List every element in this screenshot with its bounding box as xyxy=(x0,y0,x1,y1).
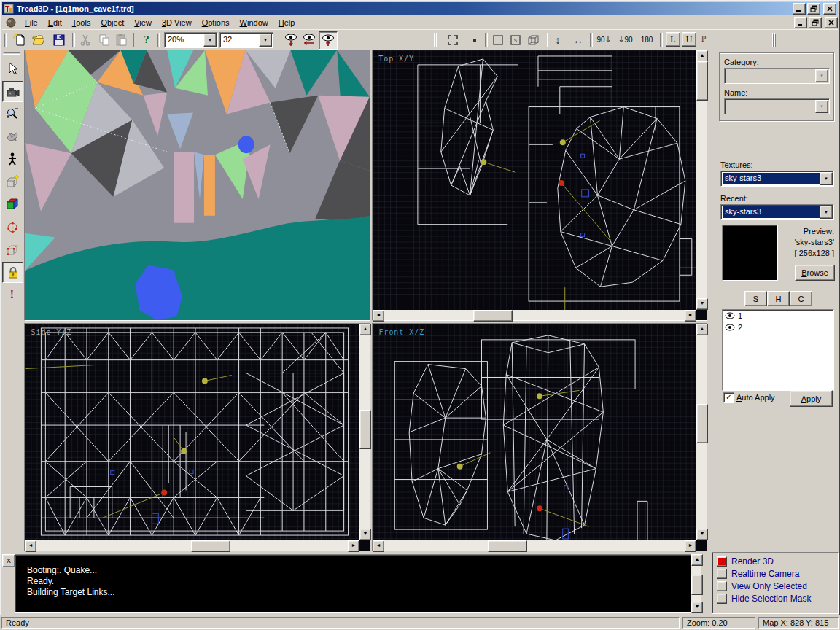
render-3d-checkbox[interactable] xyxy=(717,556,727,567)
square-tool-button[interactable] xyxy=(489,31,507,48)
vscroll-thumb[interactable] xyxy=(359,410,371,449)
vscroll-thumb[interactable] xyxy=(696,61,708,101)
flip-horizontal-button[interactable]: ↔ xyxy=(569,31,587,48)
realtime-camera-option[interactable]: Realtime Camera xyxy=(717,569,799,579)
viewport-side-canvas[interactable]: Side Y/Z xyxy=(25,324,359,540)
hscroll-thumb[interactable] xyxy=(488,540,527,552)
help-button[interactable]: ? xyxy=(138,31,155,48)
tool-edge-edit[interactable] xyxy=(2,239,22,259)
mdi-restore-button[interactable] xyxy=(809,17,822,28)
menu-view[interactable]: View xyxy=(129,17,157,28)
point-size-button[interactable] xyxy=(466,31,483,48)
render-3d-option[interactable]: Render 3D xyxy=(717,556,774,567)
paste-button[interactable] xyxy=(113,31,131,48)
rotate-90-cw-button[interactable]: 90 xyxy=(594,31,613,48)
scroll-down-button[interactable]: ▼ xyxy=(696,298,708,310)
square-s-tool-button[interactable]: s xyxy=(507,31,524,48)
layer-list-item[interactable]: 1 xyxy=(723,310,833,322)
toolbar-grip[interactable] xyxy=(434,33,439,47)
select-extents-button[interactable] xyxy=(444,31,462,48)
render-3d-canvas[interactable] xyxy=(25,50,370,320)
apply-button[interactable]: Apply xyxy=(790,390,833,407)
tool-vertex-edit[interactable] xyxy=(2,217,22,236)
cut-button[interactable] xyxy=(77,31,94,48)
hide-selection-mask-option[interactable]: Hide Selection Mask xyxy=(717,594,811,604)
unlink-button[interactable]: U xyxy=(682,32,696,47)
viewport-side-vscrollbar[interactable]: ▲ ▼ xyxy=(359,324,370,540)
zoom-level-combobox[interactable]: 20% ▼ xyxy=(164,32,218,48)
viewport-top[interactable]: Top X/Y ▲ ▼ ◄ ► xyxy=(372,50,707,321)
tool-player-start[interactable] xyxy=(2,149,22,168)
menu-window[interactable]: Window xyxy=(235,17,273,28)
menu-file[interactable]: File xyxy=(20,17,43,28)
s-button[interactable]: S xyxy=(744,291,767,306)
view-only-selected-checkbox[interactable] xyxy=(717,581,727,591)
view-only-selected-option[interactable]: View Only Selected xyxy=(717,581,807,591)
tool-select[interactable] xyxy=(2,58,22,78)
scroll-left-button[interactable]: ◄ xyxy=(25,540,36,552)
new-file-button[interactable] xyxy=(11,31,28,48)
scroll-down-button[interactable]: ▼ xyxy=(359,529,371,540)
mdi-close-button[interactable] xyxy=(825,17,838,28)
browse-button[interactable]: Browse xyxy=(795,265,835,281)
textures-combobox[interactable]: sky-stars3 ▼ xyxy=(720,171,834,187)
hscroll-thumb[interactable] xyxy=(191,540,230,552)
console-scrollbar[interactable]: ▲ ▼ xyxy=(691,554,701,613)
menu-options[interactable]: Options xyxy=(197,17,235,28)
tool-zoom[interactable] xyxy=(2,104,22,123)
menu-object[interactable]: Object xyxy=(96,17,129,28)
tool-column-grip[interactable] xyxy=(3,52,20,57)
view-left-button[interactable] xyxy=(300,31,318,48)
name-combobox[interactable]: ▼ xyxy=(724,98,830,114)
scroll-left-button[interactable]: ◄ xyxy=(373,540,384,552)
link-button[interactable]: L xyxy=(666,32,680,47)
realtime-camera-checkbox[interactable] xyxy=(717,569,727,579)
layer-list-item[interactable]: 2 xyxy=(723,322,833,333)
minimize-button[interactable] xyxy=(793,3,806,15)
tool-camera[interactable] xyxy=(2,81,23,102)
viewport-top-vscrollbar[interactable]: ▲ ▼ xyxy=(696,50,707,310)
category-combobox[interactable]: ▼ xyxy=(724,68,830,84)
cube-tool-button[interactable] xyxy=(524,31,542,48)
viewport-front-vscrollbar[interactable]: ▲ ▼ xyxy=(696,324,707,540)
copy-button[interactable] xyxy=(96,31,113,48)
vscroll-thumb[interactable] xyxy=(691,575,703,595)
mdi-minimize-button[interactable] xyxy=(794,17,807,28)
viewport-side-hscrollbar[interactable]: ◄ ► xyxy=(25,540,359,551)
zoom-combo-arrow-button[interactable]: ▼ xyxy=(203,34,217,47)
menu-help[interactable]: Help xyxy=(273,17,300,28)
view-down-button[interactable] xyxy=(282,31,300,48)
vscroll-thumb[interactable] xyxy=(696,404,708,443)
recent-combobox[interactable]: sky-stars3 ▼ xyxy=(720,204,834,220)
rotate-90-ccw-button[interactable]: 90 xyxy=(616,31,635,48)
scroll-up-button[interactable]: ▲ xyxy=(696,50,708,62)
tool-texture-apply[interactable] xyxy=(2,126,22,146)
tool-new-brush[interactable] xyxy=(2,171,22,191)
tool-solid-brush[interactable] xyxy=(2,194,22,214)
scroll-left-button[interactable]: ◄ xyxy=(373,310,384,322)
viewport-top-canvas[interactable]: Top X/Y xyxy=(373,50,696,310)
grid-combo-arrow-button[interactable]: ▼ xyxy=(259,34,272,47)
viewport-3d[interactable] xyxy=(24,50,370,321)
scroll-up-button[interactable]: ▲ xyxy=(359,324,371,335)
flip-vertical-button[interactable]: ↕ xyxy=(549,31,567,48)
view-up-button[interactable] xyxy=(319,31,338,50)
console-log[interactable]: Booting:. Quake... Ready. Building Targe… xyxy=(15,554,691,613)
eye-icon[interactable] xyxy=(725,312,735,319)
menu-3d-view[interactable]: 3D View xyxy=(157,17,197,28)
viewport-top-hscrollbar[interactable]: ◄ ► xyxy=(373,310,696,320)
menu-tools[interactable]: Tools xyxy=(67,17,96,28)
toolbar-grip[interactable] xyxy=(157,33,162,47)
open-file-button[interactable] xyxy=(30,31,47,48)
hscroll-thumb[interactable] xyxy=(473,310,513,322)
category-combo-arrow[interactable]: ▼ xyxy=(815,69,828,82)
path-button[interactable]: P xyxy=(698,32,709,45)
title-bar[interactable]: Tread3D - [1q1mon_cave1f.trd] xyxy=(2,2,838,15)
rotate-180-button[interactable]: 180 xyxy=(638,31,656,48)
tool-problems[interactable]: ! xyxy=(2,284,22,304)
restore-button[interactable] xyxy=(807,3,820,15)
viewport-front-canvas[interactable]: Front X/Z xyxy=(373,324,696,540)
c-button[interactable]: C xyxy=(790,291,812,306)
menu-edit[interactable]: Edit xyxy=(43,17,67,28)
grid-size-combobox[interactable]: 32 ▼ xyxy=(219,32,273,48)
